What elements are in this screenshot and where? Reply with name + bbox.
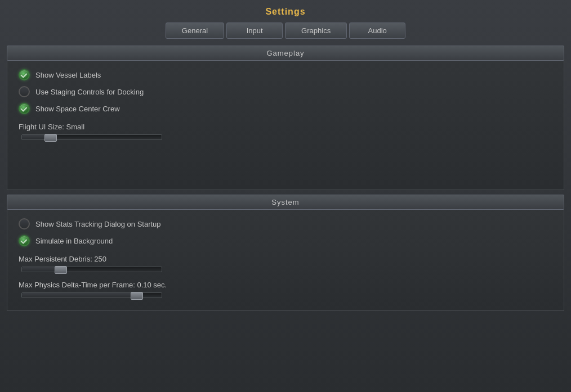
flight-ui-size-slider[interactable]: [21, 134, 162, 140]
system-section-header: System: [7, 195, 564, 210]
show-stats-tracking-label: Show Stats Tracking Dialog on Startup: [35, 220, 161, 228]
gameplay-section-header: Gameplay: [7, 46, 564, 61]
system-section: System Show Stats Tracking Dialog on Sta…: [7, 195, 564, 311]
settings-window: Settings General Input Graphics Audio Ga…: [0, 0, 571, 392]
max-persistent-debris-section: Max Persistent Debris: 250: [19, 255, 552, 272]
flight-ui-size-label: Flight UI Size: Small: [19, 123, 552, 131]
simulate-background-label: Simulate in Background: [35, 237, 113, 245]
max-physics-delta-fill: [22, 293, 136, 298]
flight-ui-size-thumb[interactable]: [44, 134, 57, 142]
max-physics-delta-thumb[interactable]: [131, 292, 143, 300]
show-vessel-labels-toggle[interactable]: [19, 69, 30, 80]
show-space-center-crew-row: Show Space Center Crew: [19, 103, 552, 114]
use-staging-controls-label: Use Staging Controls for Docking: [35, 88, 144, 96]
system-section-body: Show Stats Tracking Dialog on Startup Si…: [7, 210, 564, 311]
gameplay-section: Gameplay Show Vessel Labels Use Staging …: [7, 46, 564, 190]
max-physics-delta-label: Max Physics Delta-Time per Frame: 0.10 s…: [19, 281, 552, 289]
max-physics-delta-slider[interactable]: [21, 292, 162, 298]
show-vessel-labels-label: Show Vessel Labels: [35, 71, 101, 79]
show-vessel-labels-row: Show Vessel Labels: [19, 69, 552, 80]
max-physics-delta-section: Max Physics Delta-Time per Frame: 0.10 s…: [19, 281, 552, 298]
tab-general[interactable]: General: [166, 22, 224, 39]
show-space-center-crew-toggle[interactable]: [19, 103, 30, 114]
show-stats-tracking-row: Show Stats Tracking Dialog on Startup: [19, 218, 552, 229]
tabs-bar: General Input Graphics Audio: [166, 22, 405, 39]
content-area: Gameplay Show Vessel Labels Use Staging …: [7, 46, 564, 385]
max-persistent-debris-slider[interactable]: [21, 267, 162, 272]
use-staging-controls-toggle[interactable]: [19, 86, 30, 97]
max-persistent-debris-thumb[interactable]: [55, 266, 67, 274]
page-title: Settings: [265, 7, 305, 17]
gameplay-section-body: Show Vessel Labels Use Staging Controls …: [7, 61, 564, 190]
flight-ui-size-section: Flight UI Size: Small: [19, 123, 552, 140]
simulate-background-row: Simulate in Background: [19, 235, 552, 246]
show-stats-tracking-toggle[interactable]: [19, 218, 30, 229]
simulate-background-toggle[interactable]: [19, 235, 30, 246]
show-space-center-crew-label: Show Space Center Crew: [35, 105, 120, 113]
use-staging-controls-row: Use Staging Controls for Docking: [19, 86, 552, 97]
tab-audio[interactable]: Audio: [349, 22, 405, 39]
tab-input[interactable]: Input: [226, 22, 283, 39]
max-persistent-debris-label: Max Persistent Debris: 250: [19, 255, 552, 263]
tab-graphics[interactable]: Graphics: [285, 22, 347, 39]
